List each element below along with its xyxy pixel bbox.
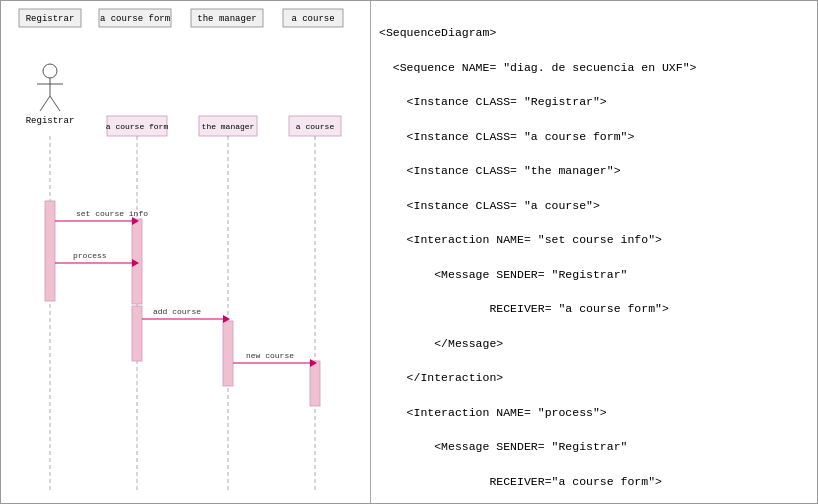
svg-text:process: process bbox=[73, 251, 107, 260]
svg-text:set course info: set course info bbox=[76, 209, 148, 218]
sequence-diagram-panel: Registrar a course form the manager a co… bbox=[1, 1, 371, 504]
code-line-6: <Instance CLASS= "a course"> bbox=[379, 197, 809, 214]
code-line-7: <Interaction NAME= "set course info"> bbox=[379, 231, 809, 248]
svg-text:a course: a course bbox=[291, 14, 334, 24]
svg-line-12 bbox=[50, 96, 60, 111]
svg-text:a course: a course bbox=[296, 122, 335, 131]
code-line-13: <Message SENDER= "Registrar" bbox=[379, 438, 809, 455]
svg-line-11 bbox=[40, 96, 50, 111]
svg-rect-26 bbox=[132, 306, 142, 361]
svg-text:a course form: a course form bbox=[100, 14, 170, 24]
code-line-11: </Interaction> bbox=[379, 369, 809, 386]
svg-rect-24 bbox=[45, 201, 55, 301]
svg-text:a course form: a course form bbox=[106, 122, 169, 131]
code-line-12: <Interaction NAME= "process"> bbox=[379, 404, 809, 421]
svg-text:Registrar: Registrar bbox=[26, 14, 75, 24]
code-line-1: <SequenceDiagram> bbox=[379, 24, 809, 41]
svg-text:new course: new course bbox=[246, 351, 294, 360]
code-line-10: </Message> bbox=[379, 335, 809, 352]
code-line-8: <Message SENDER= "Registrar" bbox=[379, 266, 809, 283]
code-line-4: <Instance CLASS= "a course form"> bbox=[379, 128, 809, 145]
code-line-2: <Sequence NAME= "diag. de secuencia en U… bbox=[379, 59, 809, 76]
svg-text:Registrar: Registrar bbox=[26, 116, 75, 126]
svg-text:the manager: the manager bbox=[202, 122, 255, 131]
code-line-5: <Instance CLASS= "the manager"> bbox=[379, 162, 809, 179]
code-panel: <SequenceDiagram> <Sequence NAME= "diag.… bbox=[371, 1, 817, 503]
svg-rect-27 bbox=[223, 321, 233, 386]
svg-rect-28 bbox=[310, 361, 320, 406]
code-line-3: <Instance CLASS= "Registrar"> bbox=[379, 93, 809, 110]
code-line-9: RECEIVER= "a course form"> bbox=[379, 300, 809, 317]
svg-point-8 bbox=[43, 64, 57, 78]
svg-text:add course: add course bbox=[153, 307, 201, 316]
code-line-14: RECEIVER="a course form"> bbox=[379, 473, 809, 490]
svg-text:the manager: the manager bbox=[197, 14, 256, 24]
